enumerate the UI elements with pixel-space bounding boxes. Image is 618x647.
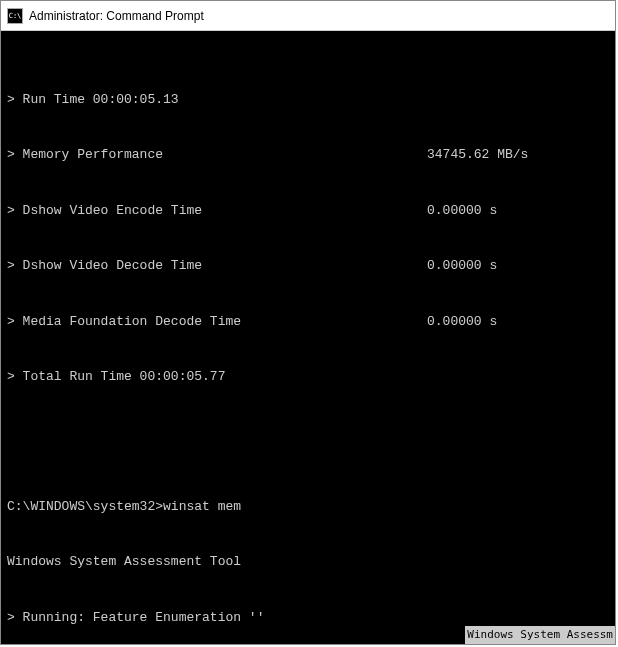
metric-label: > Media Foundation Decode Time <box>7 313 427 332</box>
prompt-line: C:\WINDOWS\system32>winsat mem <box>7 498 609 517</box>
cmd-icon <box>7 8 23 24</box>
window-title: Administrator: Command Prompt <box>29 9 204 23</box>
footer-artifact: Windows System Assessm <box>465 626 615 645</box>
output-line: Windows System Assessment Tool <box>7 553 609 572</box>
terminal-output[interactable]: > Run Time 00:00:05.13 > Memory Performa… <box>1 31 615 644</box>
metric-label: > Memory Performance <box>7 146 427 165</box>
output-line: > Dshow Video Encode Time0.00000 s <box>7 202 609 221</box>
metric-value: 0.00000 s <box>427 313 497 332</box>
output-line: > Total Run Time 00:00:05.77 <box>7 368 609 387</box>
cmd-window: Administrator: Command Prompt > Run Time… <box>0 0 616 645</box>
output-line: > Run Time 00:00:05.13 <box>7 91 609 110</box>
metric-value: 0.00000 s <box>427 257 497 276</box>
metric-value: 0.00000 s <box>427 202 497 221</box>
output-line: > Media Foundation Decode Time0.00000 s <box>7 313 609 332</box>
titlebar[interactable]: Administrator: Command Prompt <box>1 1 615 31</box>
output-line: > Dshow Video Decode Time0.00000 s <box>7 257 609 276</box>
blank-line <box>7 424 609 443</box>
metric-value: 34745.62 MB/s <box>427 146 528 165</box>
output-line: > Running: Feature Enumeration '' <box>7 609 609 628</box>
metric-label: > Dshow Video Encode Time <box>7 202 427 221</box>
metric-label: > Dshow Video Decode Time <box>7 257 427 276</box>
output-line: > Memory Performance34745.62 MB/s <box>7 146 609 165</box>
